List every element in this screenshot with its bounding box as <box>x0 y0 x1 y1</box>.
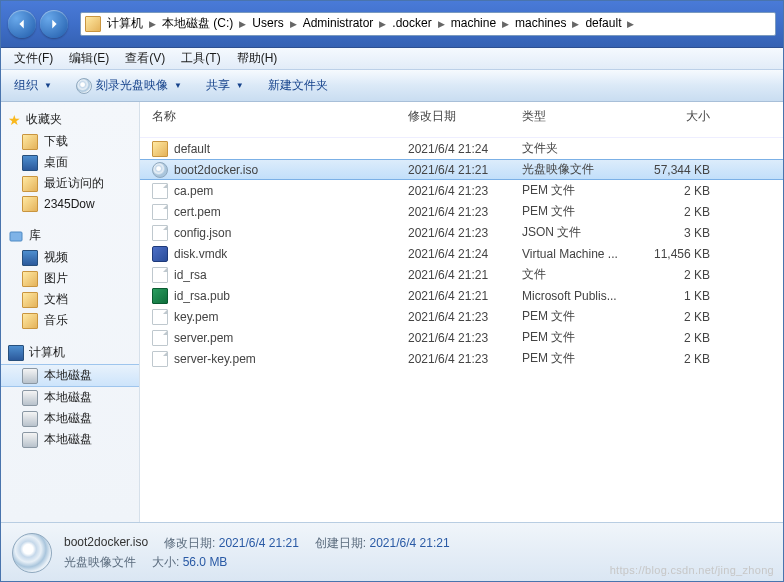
new-folder-button[interactable]: 新建文件夹 <box>262 75 334 96</box>
lib-icon <box>22 313 38 329</box>
star-icon: ★ <box>8 112 21 128</box>
menu-help[interactable]: 帮助(H) <box>229 48 286 69</box>
file-icon <box>152 330 168 346</box>
details-create-value: 2021/6/4 21:21 <box>370 536 450 550</box>
file-row[interactable]: config.json2021/6/4 21:23JSON 文件3 KB <box>140 222 784 243</box>
favorites-header[interactable]: ★ 收藏夹 <box>0 108 139 131</box>
fav-label: 最近访问的 <box>44 175 104 192</box>
computer-header[interactable]: 计算机 <box>0 341 139 364</box>
breadcrumb-segment[interactable]: machine <box>449 16 498 30</box>
file-row[interactable]: id_rsa2021/6/4 21:21文件2 KB <box>140 264 784 285</box>
sidebar-drive-item[interactable]: 本地磁盘 <box>0 387 139 408</box>
sidebar-favorite-item[interactable]: 下载 <box>0 131 139 152</box>
disc-icon <box>12 533 52 573</box>
sidebar-drive-item[interactable]: 本地磁盘 <box>0 364 139 387</box>
favorites-label: 收藏夹 <box>26 111 62 128</box>
breadcrumb-separator-icon: ▶ <box>235 19 250 29</box>
file-size: 1 KB <box>640 289 710 303</box>
sidebar-favorite-item[interactable]: 2345Dow <box>0 194 139 214</box>
file-icon <box>152 351 168 367</box>
file-type: 光盘映像文件 <box>522 161 640 178</box>
file-row[interactable]: default2021/6/4 21:24文件夹 <box>140 138 784 159</box>
organize-button[interactable]: 组织 ▼ <box>8 75 58 96</box>
disc-icon <box>76 78 92 94</box>
drive-icon <box>22 411 38 427</box>
file-size: 3 KB <box>640 226 710 240</box>
burn-disc-button[interactable]: 刻录光盘映像 ▼ <box>70 75 188 96</box>
menu-file[interactable]: 文件(F) <box>6 48 61 69</box>
sidebar-library-item[interactable]: 文档 <box>0 289 139 310</box>
breadcrumb-segment[interactable]: machines <box>513 16 568 30</box>
sidebar-drive-item[interactable]: 本地磁盘 <box>0 429 139 450</box>
file-size: 2 KB <box>640 310 710 324</box>
menu-view[interactable]: 查看(V) <box>117 48 173 69</box>
folder-icon <box>85 16 101 32</box>
chevron-down-icon: ▼ <box>174 81 182 90</box>
file-size: 2 KB <box>640 331 710 345</box>
drive-label: 本地磁盘 <box>44 389 92 406</box>
breadcrumb-separator-icon: ▶ <box>434 19 449 29</box>
sidebar-favorite-item[interactable]: 桌面 <box>0 152 139 173</box>
file-type: JSON 文件 <box>522 224 640 241</box>
breadcrumb-separator-icon: ▶ <box>498 19 513 29</box>
computer-icon <box>8 345 24 361</box>
sidebar-library-item[interactable]: 图片 <box>0 268 139 289</box>
sidebar-drive-item[interactable]: 本地磁盘 <box>0 408 139 429</box>
file-icon <box>152 225 168 241</box>
chevron-down-icon: ▼ <box>236 81 244 90</box>
file-name: cert.pem <box>174 205 221 219</box>
forward-button[interactable] <box>40 10 68 38</box>
disc-icon <box>152 162 168 178</box>
lib-label: 视频 <box>44 249 68 266</box>
breadcrumb-separator-icon: ▶ <box>375 19 390 29</box>
drive-icon <box>22 390 38 406</box>
drive-icon <box>22 368 38 384</box>
file-row[interactable]: id_rsa.pub2021/6/4 21:21Microsoft Publis… <box>140 285 784 306</box>
file-name: server-key.pem <box>174 352 256 366</box>
breadcrumb-segment[interactable]: .docker <box>390 16 433 30</box>
menu-edit[interactable]: 编辑(E) <box>61 48 117 69</box>
breadcrumb-segment[interactable]: default <box>583 16 623 30</box>
sidebar-library-item[interactable]: 视频 <box>0 247 139 268</box>
file-type: PEM 文件 <box>522 329 640 346</box>
share-button[interactable]: 共享 ▼ <box>200 75 250 96</box>
column-size[interactable]: 大小 <box>640 108 710 125</box>
file-row[interactable]: cert.pem2021/6/4 21:23PEM 文件2 KB <box>140 201 784 222</box>
vmdk-icon <box>152 246 168 262</box>
column-type[interactable]: 类型 <box>522 108 640 125</box>
svg-rect-0 <box>10 232 22 241</box>
library-icon <box>8 228 24 244</box>
file-row[interactable]: disk.vmdk2021/6/4 21:24Virtual Machine .… <box>140 243 784 264</box>
breadcrumb-segment[interactable]: 本地磁盘 (C:) <box>160 16 235 30</box>
lib-icon <box>22 292 38 308</box>
breadcrumb-segment[interactable]: 计算机 <box>105 16 145 30</box>
drive-label: 本地磁盘 <box>44 410 92 427</box>
file-date: 2021/6/4 21:21 <box>408 163 522 177</box>
file-size: 11,456 KB <box>640 247 710 261</box>
breadcrumb-separator-icon: ▶ <box>568 19 583 29</box>
file-icon <box>152 309 168 325</box>
sidebar-library-item[interactable]: 音乐 <box>0 310 139 331</box>
breadcrumb-segment[interactable]: Administrator <box>301 16 376 30</box>
details-size-value: 56.0 MB <box>183 555 228 569</box>
file-row[interactable]: ca.pem2021/6/4 21:23PEM 文件2 KB <box>140 180 784 201</box>
column-name[interactable]: 名称 <box>150 108 408 125</box>
file-size: 2 KB <box>640 184 710 198</box>
libraries-header[interactable]: 库 <box>0 224 139 247</box>
column-date[interactable]: 修改日期 <box>408 108 522 125</box>
file-row[interactable]: server.pem2021/6/4 21:23PEM 文件2 KB <box>140 327 784 348</box>
fav-icon <box>22 176 38 192</box>
back-button[interactable] <box>8 10 36 38</box>
file-row[interactable]: boot2docker.iso2021/6/4 21:21光盘映像文件57,34… <box>140 159 784 180</box>
menu-bar: 文件(F) 编辑(E) 查看(V) 工具(T) 帮助(H) <box>0 48 784 70</box>
file-size: 2 KB <box>640 205 710 219</box>
breadcrumb-separator-icon: ▶ <box>623 19 638 29</box>
menu-tools[interactable]: 工具(T) <box>173 48 228 69</box>
sidebar-favorite-item[interactable]: 最近访问的 <box>0 173 139 194</box>
file-row[interactable]: key.pem2021/6/4 21:23PEM 文件2 KB <box>140 306 784 327</box>
breadcrumb-segment[interactable]: Users <box>250 16 285 30</box>
address-bar[interactable]: 计算机▶本地磁盘 (C:)▶Users▶Administrator▶.docke… <box>80 12 776 36</box>
file-row[interactable]: server-key.pem2021/6/4 21:23PEM 文件2 KB <box>140 348 784 369</box>
pub-icon <box>152 288 168 304</box>
file-size: 57,344 KB <box>640 163 710 177</box>
